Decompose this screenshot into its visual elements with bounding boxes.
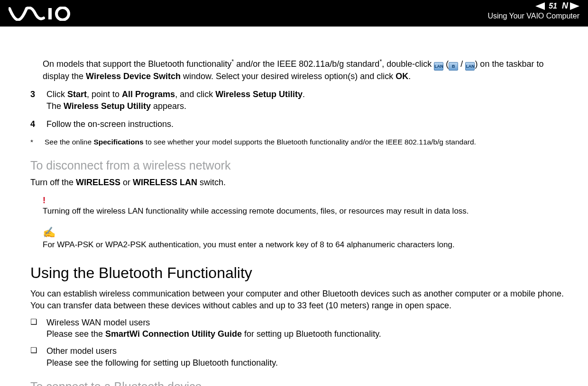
connect-heading: To connect to a Bluetooth device	[30, 379, 564, 386]
warning-callout: ! Turning off the wireless LAN functiona…	[43, 195, 564, 217]
step-number: 3	[30, 89, 37, 112]
step-number: 4	[30, 118, 37, 130]
prev-page-arrow-icon[interactable]	[535, 2, 545, 10]
vaio-logo	[9, 7, 75, 21]
svg-point-1	[56, 8, 69, 20]
wireless-lan-icon: LAN	[434, 62, 443, 71]
pencil-icon: ✍	[43, 225, 564, 240]
bullet-1: ❑ Wireless WAN model users Please see th…	[30, 317, 564, 340]
note-callout: ✍ For WPA-PSK or WPA2-PSK authentication…	[43, 225, 564, 251]
bluetooth-heading: Using the Bluetooth Functionality	[30, 263, 564, 283]
bullet-2: ❑ Other model users Please see the follo…	[30, 345, 564, 368]
nav-n-letter: N	[562, 1, 568, 11]
disconnect-text: Turn off the WIRELESS or WIRELESS LAN sw…	[30, 177, 564, 188]
bullet-icon: ❑	[30, 317, 38, 340]
page-header: 51 N Using Your VAIO Computer	[0, 0, 588, 27]
step-3: 3 Click Start, point to All Programs, an…	[30, 89, 564, 112]
disconnect-heading: To disconnect from a wireless network	[30, 158, 564, 174]
page-number: 51	[547, 2, 559, 10]
step-4: 4 Follow the on-screen instructions.	[30, 118, 564, 130]
lan-icon: LAN	[465, 62, 475, 71]
bluetooth-icon: B	[449, 62, 458, 71]
intro-paragraph: On models that support the Bluetooth fun…	[43, 58, 564, 82]
bang-icon: !	[43, 195, 564, 206]
footnote: * See the online Specifications to see w…	[30, 137, 564, 147]
svg-rect-0	[48, 8, 52, 19]
bullet-icon: ❑	[30, 345, 38, 368]
section-label: Using Your VAIO Computer	[487, 12, 579, 20]
page-content: On models that support the Bluetooth fun…	[0, 27, 588, 386]
vaio-logo-svg	[9, 7, 75, 21]
page-nav: 51 N Using Your VAIO Computer	[487, 1, 579, 20]
bluetooth-para: You can establish wireless communication…	[30, 288, 564, 311]
next-page-arrow-icon[interactable]	[570, 2, 579, 10]
